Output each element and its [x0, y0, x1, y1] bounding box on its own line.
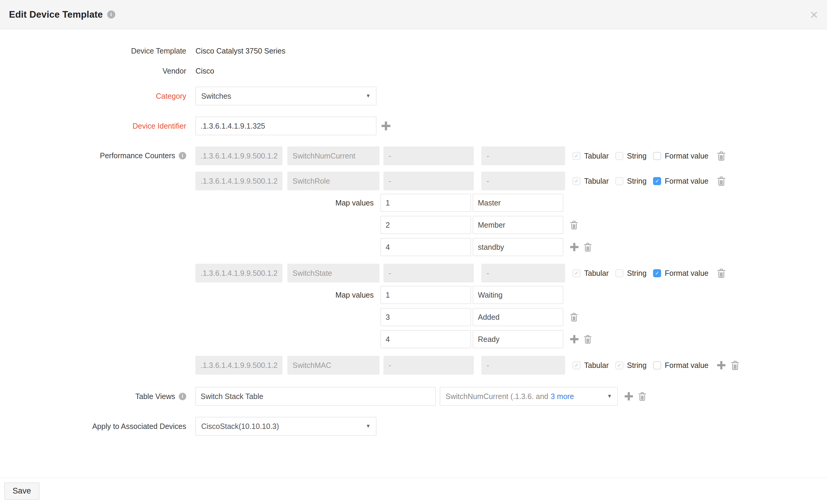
save-button[interactable]: Save	[4, 483, 40, 500]
add-map-value-icon[interactable]	[570, 335, 579, 344]
add-identifier-icon[interactable]	[381, 121, 391, 131]
display-input	[482, 147, 565, 165]
device-identifier-input[interactable]	[196, 117, 376, 135]
map-values-label: Map values	[196, 199, 374, 207]
string-label: String	[627, 152, 646, 160]
map-value-row	[196, 238, 740, 256]
tabular-checkbox	[573, 269, 581, 277]
counter-options: Tabular String Format value	[573, 360, 740, 370]
tabular-checkbox	[573, 177, 581, 185]
map-value-input[interactable]	[473, 238, 563, 256]
delete-counter-icon[interactable]	[717, 268, 726, 278]
oid-input	[196, 172, 282, 190]
map-value-row: Map values	[196, 286, 740, 304]
performance-counters-label-text: Performance Counters	[100, 151, 175, 160]
delete-table-view-icon[interactable]	[638, 392, 646, 401]
format-value-checkbox[interactable]	[653, 152, 661, 160]
map-value-input[interactable]	[473, 286, 563, 304]
map-key-input[interactable]	[381, 308, 471, 326]
edit-template-form: Device Template Cisco Catalyst 3750 Seri…	[0, 29, 827, 436]
tabular-checkbox	[573, 361, 581, 370]
table-views-row: Table Views i SwitchNumCurrent (.1.3.6. …	[0, 387, 827, 406]
apply-devices-select[interactable]: CiscoStack(10.10.10.3) ▼	[196, 417, 376, 436]
table-views-label-text: Table Views	[135, 392, 175, 401]
apply-devices-label: Apply to Associated Devices	[0, 422, 186, 431]
map-values-label: Map values	[196, 291, 374, 299]
close-icon[interactable]: ×	[810, 8, 818, 21]
table-view-name-input[interactable]	[196, 387, 436, 406]
format-value-checkbox[interactable]	[653, 177, 661, 185]
table-views-label: Table Views i	[0, 392, 186, 401]
device-template-label: Device Template	[0, 47, 186, 55]
string-checkbox	[615, 361, 623, 370]
add-map-value-icon[interactable]	[570, 242, 579, 251]
info-icon[interactable]: i	[179, 152, 186, 159]
delete-counter-icon[interactable]	[731, 360, 740, 370]
counter-options: Tabular String Format value	[573, 268, 726, 278]
category-selected-value: Switches	[201, 92, 231, 101]
tabular-label: Tabular	[584, 177, 609, 185]
more-columns-link[interactable]: 3 more	[551, 392, 574, 401]
string-checkbox[interactable]	[615, 177, 623, 185]
delete-map-value-icon[interactable]	[584, 334, 592, 344]
counter-name-input	[287, 147, 379, 165]
counter-row: Tabular String Format value	[196, 264, 740, 282]
map-value-input[interactable]	[473, 216, 563, 234]
counter-name-input	[287, 264, 379, 282]
string-label: String	[627, 269, 646, 278]
info-icon[interactable]: i	[179, 393, 186, 400]
string-checkbox[interactable]	[615, 269, 623, 277]
counter-options: Tabular String Format value	[573, 176, 726, 186]
counters-block: Tabular String Format value	[196, 147, 740, 375]
map-value-row	[196, 308, 740, 326]
map-key-input[interactable]	[381, 238, 471, 256]
delete-map-value-icon[interactable]	[584, 242, 592, 252]
chevron-down-icon: ▼	[366, 93, 371, 99]
map-key-input[interactable]	[381, 330, 471, 348]
delete-map-value-icon[interactable]	[570, 220, 578, 230]
map-key-input[interactable]	[381, 216, 471, 234]
info-icon[interactable]: i	[107, 10, 115, 18]
page-title: Edit Device Template	[9, 9, 103, 20]
category-label: Category	[0, 92, 186, 101]
add-table-view-icon[interactable]	[624, 392, 633, 401]
performance-counters-row: Performance Counters i Tabular String Fo…	[0, 147, 827, 375]
oid-input	[196, 264, 282, 282]
string-label: String	[627, 177, 646, 185]
delete-counter-icon[interactable]	[717, 151, 726, 161]
table-view-columns-select[interactable]: SwitchNumCurrent (.1.3.6. and 3 more ▼	[440, 387, 618, 406]
map-key-input[interactable]	[381, 194, 471, 212]
tabular-label: Tabular	[584, 269, 609, 278]
display-input	[482, 356, 565, 375]
counter-name-input	[287, 356, 379, 375]
string-label: String	[627, 361, 646, 370]
string-checkbox[interactable]	[615, 152, 623, 160]
oid-input	[196, 356, 282, 375]
map-value-row	[196, 330, 740, 348]
apply-devices-row: Apply to Associated Devices CiscoStack(1…	[0, 417, 827, 436]
format-value-label: Format value	[665, 269, 709, 278]
display-input	[482, 264, 565, 282]
map-value-input[interactable]	[473, 308, 563, 326]
map-value-row	[196, 216, 740, 234]
delete-map-value-icon[interactable]	[570, 312, 578, 322]
map-value-input[interactable]	[473, 194, 563, 212]
add-counter-icon[interactable]	[717, 361, 726, 370]
device-template-value: Cisco Catalyst 3750 Series	[196, 47, 285, 55]
counter-name-input	[287, 172, 379, 190]
map-key-input[interactable]	[381, 286, 471, 304]
dialog-header: Edit Device Template i ×	[0, 0, 827, 29]
format-value-checkbox[interactable]	[653, 361, 661, 370]
tabular-label: Tabular	[584, 152, 609, 160]
map-value-input[interactable]	[473, 330, 563, 348]
map-value-row: Map values	[196, 194, 740, 212]
device-identifier-label: Device Identifier	[0, 122, 186, 130]
vendor-value: Cisco	[196, 67, 214, 75]
delete-counter-icon[interactable]	[717, 176, 726, 186]
category-select[interactable]: Switches ▼	[196, 87, 376, 105]
instance-input	[384, 356, 474, 375]
apply-devices-selected-value: CiscoStack(10.10.10.3)	[201, 422, 279, 431]
instance-input	[384, 172, 474, 190]
device-identifier-row: Device Identifier	[0, 117, 827, 135]
format-value-checkbox[interactable]	[653, 269, 661, 277]
